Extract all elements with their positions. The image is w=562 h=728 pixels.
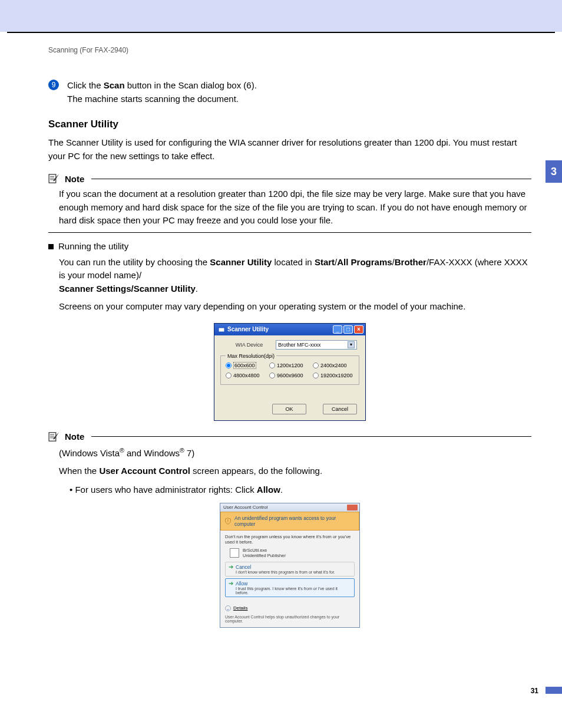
t: Start <box>315 257 335 267</box>
page-num-bar <box>546 687 562 694</box>
radio-input[interactable] <box>226 363 232 368</box>
uac-warn: Don't run the program unless you know wh… <box>225 534 355 545</box>
option-title: Allow <box>236 581 351 587</box>
dialog-titlebar: Scanner Utility _ □ × <box>214 324 365 335</box>
uac-banner-text: An unidentified program wants access to … <box>234 515 355 527</box>
os-line: (Windows Vista® and Windows® 7) <box>59 446 531 460</box>
page-top-bar <box>0 0 562 32</box>
uac-instr: When the User Account Control screen app… <box>59 464 531 478</box>
svg-rect-4 <box>219 328 224 332</box>
note-icon <box>48 173 61 184</box>
chevron-down-icon: ⌄ <box>225 605 231 611</box>
t: and Windows <box>124 448 180 458</box>
program-icon <box>230 548 239 558</box>
radio-input[interactable] <box>226 373 232 378</box>
note-label: Note <box>65 431 84 442</box>
radio-label: 19200x19200 <box>320 373 353 378</box>
radio-input[interactable] <box>313 373 319 378</box>
uac-title: User Account Control <box>223 505 268 510</box>
t: screen appears, do the following. <box>190 466 322 476</box>
note-1: Note If you scan the document at a resol… <box>48 173 531 233</box>
t: (Windows Vista <box>59 448 120 458</box>
radio-600[interactable]: 600x600 <box>226 362 267 369</box>
t: located in <box>272 257 315 267</box>
running-utility-item: Running the utility <box>48 241 531 251</box>
note-2: Note (Windows Vista® and Windows® 7) Whe… <box>48 431 531 497</box>
uac-details-toggle[interactable]: ⌄ Details <box>220 602 359 612</box>
t: Click the <box>67 80 104 90</box>
shield-icon: ! <box>224 518 232 525</box>
fieldset-legend: Max Resolution(dpi) <box>226 353 276 359</box>
t: For users who have administrator rights:… <box>75 485 256 495</box>
arrow-icon: ➔ <box>229 564 233 570</box>
step-9: 9 Click the Scan button in the Scan dial… <box>48 79 531 106</box>
uac-dialog: User Account Control ! An unidentified p… <box>220 503 360 628</box>
running-p2: Screens on your computer may vary depend… <box>59 300 531 314</box>
running-title: Running the utility <box>58 241 128 251</box>
svg-text:!: ! <box>227 519 229 523</box>
t: 7) <box>184 448 195 458</box>
radio-input[interactable] <box>313 363 319 368</box>
admin-bullet: For users who have administrator rights:… <box>70 483 531 497</box>
program-publisher: Unidentified Publisher <box>243 553 286 558</box>
program-name: BrScUtil.exe <box>243 548 286 553</box>
radio-4800[interactable]: 4800x4800 <box>226 373 267 378</box>
close-button[interactable] <box>347 505 358 510</box>
arrow-icon: ➔ <box>229 581 233 587</box>
page-header: Scanning (For FAX-2940) <box>48 46 531 54</box>
note-label: Note <box>65 174 84 184</box>
running-p1: You can run the utility by choosing the … <box>59 256 531 296</box>
uac-banner: ! An unidentified program wants access t… <box>220 512 359 531</box>
t: button in the Scan dialog box (6). <box>125 80 257 90</box>
note-icon <box>48 431 61 442</box>
dialog-title: Scanner Utility <box>227 326 269 332</box>
uac-footer: User Account Control helps stop unauthor… <box>220 612 359 627</box>
t: User Account Control <box>99 466 190 476</box>
radio-9600[interactable]: 9600x9600 <box>269 373 310 378</box>
uac-cancel-option[interactable]: ➔ Cancel I don't know where this program… <box>225 562 355 577</box>
close-button[interactable]: × <box>354 325 363 334</box>
t: Scan <box>104 80 125 90</box>
chapter-tab: 3 <box>546 160 562 183</box>
t: Scanner Utility <box>210 257 272 267</box>
details-label: Details <box>233 605 247 611</box>
step-text: Click the Scan button in the Scan dialog… <box>67 79 257 106</box>
t: All Programs <box>337 257 392 267</box>
note-rule <box>91 179 531 179</box>
radio-1200[interactable]: 1200x1200 <box>269 362 310 369</box>
wia-device-select[interactable]: Brother MFC-xxxx ▾ <box>276 340 357 350</box>
radio-label: 9600x9600 <box>277 373 303 378</box>
t: . <box>280 485 283 495</box>
t: Scanner Settings/Scanner Utility <box>59 284 196 294</box>
uac-allow-option[interactable]: ➔ Allow I trust this program. I know whe… <box>225 578 355 597</box>
intro-text: The Scanner Utility is used for configur… <box>48 136 531 163</box>
ok-button[interactable]: OK <box>272 404 306 414</box>
minimize-button[interactable]: _ <box>333 325 342 334</box>
radio-2400[interactable]: 2400x2400 <box>313 362 354 369</box>
radio-label: 600x600 <box>233 362 256 369</box>
t: Brother <box>395 257 427 267</box>
page-number: 31 <box>531 687 538 695</box>
uac-titlebar: User Account Control <box>220 503 359 512</box>
dropdown-arrow-icon[interactable]: ▾ <box>348 341 355 348</box>
t: The machine starts scanning the document… <box>67 94 239 104</box>
square-bullet-icon <box>48 244 54 249</box>
note-rule <box>91 436 531 437</box>
option-desc: I trust this program. I know where it's … <box>236 587 351 595</box>
wia-device-label: WIA Device <box>223 342 276 348</box>
radio-label: 2400x2400 <box>320 363 347 368</box>
option-title: Cancel <box>236 564 335 570</box>
section-title: Scanner Utility <box>48 118 531 130</box>
t: You can run the utility by choosing the <box>59 257 210 267</box>
app-icon <box>218 326 225 333</box>
maximize-button[interactable]: □ <box>343 325 353 334</box>
radio-label: 1200x1200 <box>277 363 303 368</box>
radio-label: 4800x4800 <box>233 373 260 378</box>
radio-19200[interactable]: 19200x19200 <box>313 373 354 378</box>
cancel-button[interactable]: Cancel <box>323 404 357 414</box>
radio-input[interactable] <box>269 373 275 378</box>
radio-input[interactable] <box>269 363 275 368</box>
select-value: Brother MFC-xxxx <box>278 342 321 348</box>
option-desc: I don't know where this program is from … <box>236 570 335 574</box>
note-body: If you scan the document at a resolution… <box>48 184 531 233</box>
